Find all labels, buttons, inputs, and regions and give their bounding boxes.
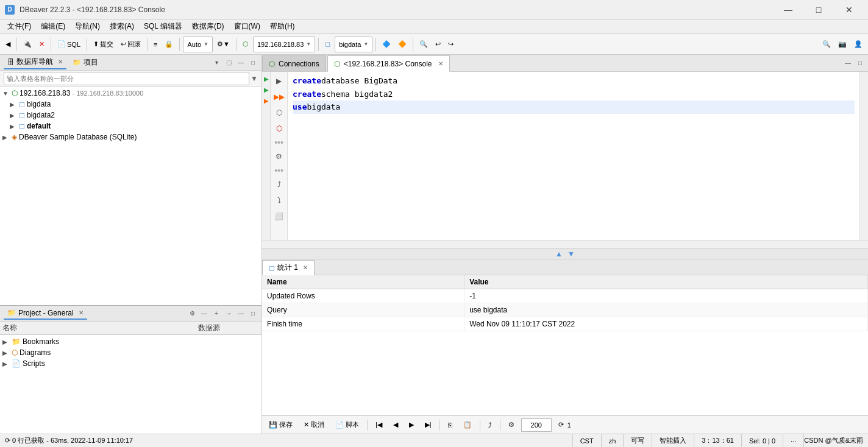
- tree-sqlite[interactable]: ▶ ◈ DBeaver Sample Database (SQLite): [0, 132, 261, 143]
- back-button[interactable]: ◀: [2, 37, 13, 52]
- prev-page-btn[interactable]: ◀: [389, 418, 402, 432]
- auto-settings[interactable]: ⚙▼: [214, 37, 233, 52]
- app-icon: D: [5, 5, 15, 15]
- format-button[interactable]: ≡: [151, 37, 160, 52]
- lock-button[interactable]: 🔒: [162, 37, 176, 52]
- sql-button[interactable]: 📄 SQL: [54, 37, 84, 52]
- explain-plan-btn[interactable]: ⬡: [272, 122, 286, 135]
- tab-maximize-btn[interactable]: □: [855, 57, 866, 68]
- horizontal-scrollbar[interactable]: [262, 240, 868, 248]
- script-btn[interactable]: 📄 脚本: [331, 418, 363, 432]
- first-page-btn[interactable]: |◀: [371, 418, 386, 432]
- project-maximize-btn[interactable]: □: [248, 309, 258, 319]
- run-all-btn[interactable]: ▶▶: [272, 90, 286, 104]
- menu-navigate[interactable]: 导航(N): [70, 19, 105, 34]
- editor-scrollbar[interactable]: [859, 72, 868, 240]
- tree-connection[interactable]: ▼ ⬡ 192.168.218.83 - 192.168.218.83:1000…: [0, 88, 261, 99]
- fetch-count-btn[interactable]: ⟳ 1: [554, 418, 575, 432]
- console-tab-close[interactable]: ✕: [438, 60, 443, 67]
- db-filter-input[interactable]: [4, 72, 249, 85]
- rollback-button[interactable]: ↩ 回滚: [118, 37, 144, 52]
- search-db-button[interactable]: 🔍: [416, 37, 431, 52]
- run-line2-btn[interactable]: ▶: [262, 84, 271, 95]
- settings-side-btn[interactable]: ⚙: [272, 150, 286, 163]
- project-minus-btn[interactable]: —: [199, 309, 209, 319]
- profile-button[interactable]: 👤: [851, 37, 866, 52]
- minimize-button[interactable]: —: [774, 0, 802, 19]
- project-plus-btn[interactable]: +: [212, 309, 221, 319]
- run-line3-btn[interactable]: ▶: [262, 95, 271, 106]
- db-nav-tab[interactable]: 🗄 数据库导航 ✕: [4, 55, 66, 69]
- menu-help[interactable]: 帮助(H): [265, 19, 300, 34]
- expand-btn[interactable]: ⬜: [272, 209, 286, 223]
- run-script-btn[interactable]: ▶: [272, 74, 286, 88]
- stats-tab-close[interactable]: ✕: [303, 264, 308, 271]
- tree-default[interactable]: ▶ ◻ default: [0, 121, 261, 132]
- title-bar-controls[interactable]: — □ ✕: [774, 0, 863, 19]
- filter-dropdown-icon[interactable]: ▼: [251, 74, 258, 83]
- close-button[interactable]: ✕: [835, 0, 863, 19]
- nav-collapse-btn[interactable]: —: [236, 58, 246, 68]
- cancel-btn[interactable]: ✕ 取消: [299, 418, 329, 432]
- nav-layout-btn[interactable]: ⬚: [224, 58, 233, 68]
- export-btn[interactable]: ⤴: [272, 178, 286, 191]
- editor-content[interactable]: create database BigData create schema bi…: [288, 72, 859, 240]
- copy-all-btn[interactable]: 📋: [459, 418, 476, 432]
- copy-rows-btn[interactable]: ⎘: [444, 418, 457, 432]
- project-settings-btn[interactable]: ⚙: [187, 309, 197, 319]
- tree-bigdata2[interactable]: ▶ ◻ bigdata2: [0, 110, 261, 121]
- project-tab-close[interactable]: ✕: [79, 309, 84, 316]
- row-count-input[interactable]: [521, 418, 552, 432]
- stats-tab[interactable]: ◻ 统计 1 ✕: [262, 260, 315, 275]
- menu-database[interactable]: 数据库(D): [187, 19, 229, 34]
- project-tab[interactable]: 📁 Project - General ✕: [4, 308, 87, 320]
- search-db-icon: 🔍: [419, 40, 428, 48]
- tab-minimize-btn[interactable]: —: [842, 57, 853, 68]
- connect-button[interactable]: 🔌: [20, 37, 35, 52]
- nav-maximize-btn[interactable]: □: [248, 58, 258, 68]
- console-tab[interactable]: ⬡ <192.168.218.83> Console ✕: [327, 55, 450, 72]
- menu-file[interactable]: 文件(F): [2, 19, 36, 34]
- results-grid[interactable]: Name Value Updated Rows-1Queryuse bigdat…: [262, 275, 868, 415]
- table-cell-1-1: use bigdata: [464, 303, 868, 317]
- import-btn[interactable]: ⤵: [272, 194, 286, 207]
- disconnect-button[interactable]: ✕: [36, 37, 48, 52]
- tree-diagrams[interactable]: ▶ ⬡ Diagrams: [0, 347, 261, 358]
- tree-bigdata[interactable]: ▶ ◻ bigdata: [0, 99, 261, 110]
- refresh-btn[interactable]: ⚙: [504, 418, 519, 432]
- project-tab-in-nav[interactable]: 📁 项目: [69, 56, 102, 69]
- menu-window[interactable]: 窗口(W): [229, 19, 265, 34]
- project-arrow-btn[interactable]: →: [224, 309, 233, 319]
- last-page-btn[interactable]: ▶|: [421, 418, 436, 432]
- menu-search[interactable]: 搜索(A): [105, 19, 139, 34]
- run-line1-btn[interactable]: ▶: [262, 73, 271, 84]
- tree-scripts[interactable]: ▶ 📄 Scripts: [0, 358, 261, 369]
- project-collapse-btn[interactable]: —: [236, 309, 246, 319]
- nav-back-button[interactable]: ↩: [432, 37, 444, 52]
- explain-btn[interactable]: ⬡: [272, 106, 286, 119]
- db-nav-tab-close[interactable]: ✕: [58, 58, 63, 65]
- tree-bookmarks[interactable]: ▶ 📁 Bookmarks: [0, 336, 261, 347]
- screenshot-button[interactable]: 📷: [835, 37, 850, 52]
- maximize-button[interactable]: □: [805, 0, 833, 19]
- global-search-button[interactable]: 🔍: [819, 37, 834, 52]
- menu-sql-editor[interactable]: SQL 编辑器: [139, 19, 187, 34]
- submit-button[interactable]: ⬆ 提交: [90, 37, 116, 52]
- paste-button[interactable]: 🔶: [395, 37, 410, 52]
- split-down-arrow[interactable]: ▼: [567, 250, 575, 258]
- nav-view-menu[interactable]: ▾: [212, 58, 221, 68]
- next-page-btn[interactable]: ▶: [405, 418, 418, 432]
- export-results-btn[interactable]: ⤴: [484, 418, 496, 432]
- split-arrows[interactable]: ▲ ▼: [262, 248, 868, 259]
- connection-dropdown[interactable]: 192.168.218.83 ▼: [253, 37, 315, 52]
- save-btn[interactable]: 💾 保存: [265, 418, 297, 432]
- database-dropdown[interactable]: bigdata ▼: [335, 37, 372, 52]
- db-icon-btn[interactable]: ◻: [322, 37, 333, 52]
- menu-edit[interactable]: 编辑(E): [36, 19, 70, 34]
- nav-forward-button[interactable]: ↪: [445, 37, 457, 52]
- auto-dropdown[interactable]: Auto ▼: [183, 37, 213, 52]
- split-up-arrow[interactable]: ▲: [555, 250, 563, 258]
- connection-icon-btn[interactable]: ⬡: [240, 37, 252, 52]
- copy-button[interactable]: 🔷: [379, 37, 394, 52]
- connections-tab[interactable]: ⬡ Connections: [262, 55, 326, 71]
